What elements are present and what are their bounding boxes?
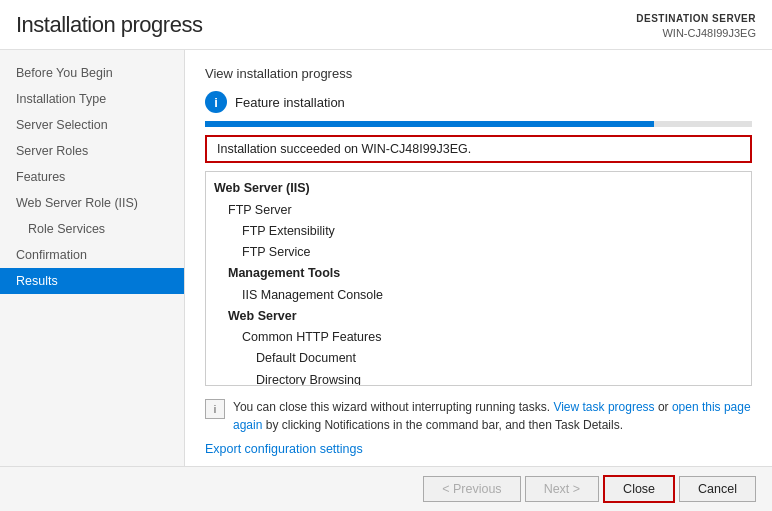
page-title: Installation progress	[16, 12, 202, 38]
sidebar: Before You BeginInstallation TypeServer …	[0, 50, 185, 466]
export-config-link[interactable]: Export configuration settings	[205, 442, 752, 456]
title-bar-left: Installation progress	[16, 12, 202, 38]
feature-line: Web Server	[214, 306, 743, 327]
feature-line: IIS Management Console	[214, 285, 743, 306]
sidebar-item-features[interactable]: Features	[0, 164, 184, 190]
next-button[interactable]: Next >	[525, 476, 599, 502]
info-icon: i	[205, 91, 227, 113]
window: Installation progress DESTINATION SERVER…	[0, 0, 772, 511]
previous-button[interactable]: < Previous	[423, 476, 520, 502]
info-note: i You can close this wizard without inte…	[205, 398, 752, 434]
feature-line: FTP Service	[214, 242, 743, 263]
success-message: Installation succeeded on WIN-CJ48I99J3E…	[217, 142, 471, 156]
sidebar-item-role-services[interactable]: Role Services	[0, 216, 184, 242]
view-task-progress-link[interactable]: View task progress	[553, 400, 654, 414]
note-text-part1: You can close this wizard without interr…	[233, 400, 553, 414]
note-icon: i	[205, 399, 225, 419]
feature-installation-label: Feature installation	[235, 95, 345, 110]
sidebar-item-results[interactable]: Results	[0, 268, 184, 294]
feature-line: Default Document	[214, 348, 743, 369]
note-text-part2: or	[655, 400, 672, 414]
sidebar-item-web-server-role[interactable]: Web Server Role (IIS)	[0, 190, 184, 216]
close-button[interactable]: Close	[603, 475, 675, 503]
right-panel: View installation progress i Feature ins…	[185, 50, 772, 466]
cancel-button[interactable]: Cancel	[679, 476, 756, 502]
feature-header: i Feature installation	[205, 91, 752, 113]
success-box: Installation succeeded on WIN-CJ48I99J3E…	[205, 135, 752, 163]
title-bar: Installation progress DESTINATION SERVER…	[0, 0, 772, 50]
features-box[interactable]: Web Server (IIS)FTP ServerFTP Extensibil…	[205, 171, 752, 386]
sidebar-item-confirmation[interactable]: Confirmation	[0, 242, 184, 268]
feature-line: Web Server (IIS)	[214, 178, 743, 199]
feature-line: Common HTTP Features	[214, 327, 743, 348]
server-name: WIN-CJ48I99J3EG	[636, 26, 756, 41]
sidebar-item-server-selection[interactable]: Server Selection	[0, 112, 184, 138]
note-text: You can close this wizard without interr…	[233, 398, 752, 434]
server-info: DESTINATION SERVER WIN-CJ48I99J3EG	[636, 12, 756, 41]
feature-line: Management Tools	[214, 263, 743, 284]
note-text-part3: by clicking Notifications in the command…	[262, 418, 623, 432]
sidebar-item-installation-type[interactable]: Installation Type	[0, 86, 184, 112]
feature-line: Directory Browsing	[214, 370, 743, 386]
progress-bar-container	[205, 121, 752, 127]
feature-line: FTP Server	[214, 200, 743, 221]
server-label: DESTINATION SERVER	[636, 12, 756, 26]
feature-line: FTP Extensibility	[214, 221, 743, 242]
sidebar-item-server-roles[interactable]: Server Roles	[0, 138, 184, 164]
main-content: Before You BeginInstallation TypeServer …	[0, 50, 772, 466]
section-title: View installation progress	[205, 66, 752, 81]
sidebar-item-before-you-begin[interactable]: Before You Begin	[0, 60, 184, 86]
footer: < Previous Next > Close Cancel	[0, 466, 772, 511]
progress-bar-fill	[205, 121, 654, 127]
